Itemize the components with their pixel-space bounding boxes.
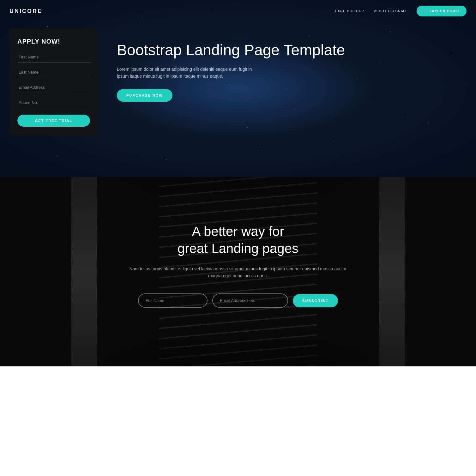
first-name-input[interactable] [17, 51, 90, 63]
escalator-rail-left [71, 177, 97, 366]
apply-form-box: APPLY NOW! GET FREE TRIAL [9, 28, 98, 136]
navbar: UNICORE PAGE BUILDER VIDEO TUTORIAL 🛒 BU… [0, 0, 476, 22]
hero-content: APPLY NOW! GET FREE TRIAL Bootstrap Land… [0, 22, 476, 155]
escalator-section: A better way for great Landing pages Nam… [0, 177, 476, 366]
hero-description: Lorem ipsum dolor sit amet adipisicing e… [117, 66, 256, 80]
buy-label: BUY UNICORE! [431, 9, 460, 13]
apply-form-title: APPLY NOW! [17, 38, 90, 45]
last-name-input[interactable] [17, 67, 90, 78]
cart-icon: 🛒 [424, 9, 429, 13]
nav-video-tutorial[interactable]: VIDEO TUTORIAL [374, 9, 407, 13]
hero-headline: Bootstrap Landing Page Template [117, 41, 467, 59]
escalator-title-line2: great Landing pages [178, 241, 298, 256]
hero-text-block: Bootstrap Landing Page Template Lorem ip… [117, 28, 467, 102]
escalator-title-line1: A better way for [192, 224, 284, 239]
nav-links: PAGE BUILDER VIDEO TUTORIAL 🛒 BUY UNICOR… [335, 6, 467, 16]
purchase-now-button[interactable]: PURCHASE NOW [117, 89, 172, 102]
subscribe-row: SUBSCRIBE [128, 293, 349, 308]
subscribe-button[interactable]: SUBSCRIBE [293, 294, 338, 307]
escalator-content: A better way for great Landing pages Nam… [128, 223, 349, 308]
buy-button[interactable]: 🛒 BUY UNICORE! [417, 6, 467, 16]
get-free-trial-button[interactable]: GET FREE TRIAL [17, 115, 90, 127]
brand-logo: UNICORE [9, 8, 42, 15]
nav-page-builder[interactable]: PAGE BUILDER [335, 9, 365, 13]
subscribe-name-input[interactable] [138, 293, 208, 308]
phone-input[interactable] [17, 97, 90, 108]
subscribe-email-input[interactable] [212, 293, 288, 308]
escalator-description: Nam tellus turpis blandit et ligula vel … [128, 265, 349, 280]
escalator-rail-right [379, 177, 405, 366]
escalator-title: A better way for great Landing pages [128, 223, 349, 257]
email-input[interactable] [17, 82, 90, 93]
hero-section: UNICORE PAGE BUILDER VIDEO TUTORIAL 🛒 BU… [0, 0, 476, 177]
